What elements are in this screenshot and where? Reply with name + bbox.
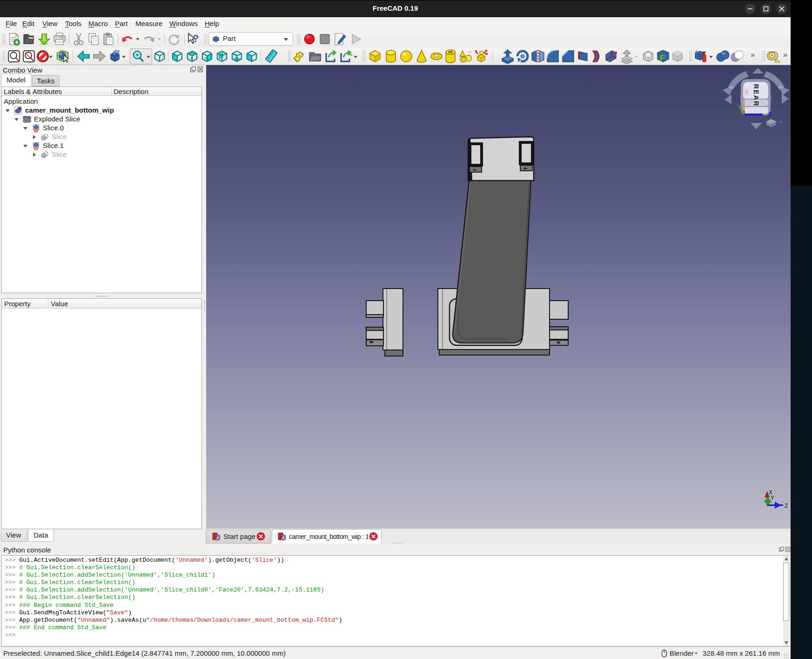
svg-text:REAR: REAR [752, 84, 760, 107]
svg-text:Y: Y [771, 495, 774, 501]
svg-text:Z: Z [768, 111, 772, 118]
svg-text:Z: Z [785, 503, 788, 509]
svg-text:X: X [745, 88, 749, 95]
svg-text:F: F [660, 54, 665, 63]
